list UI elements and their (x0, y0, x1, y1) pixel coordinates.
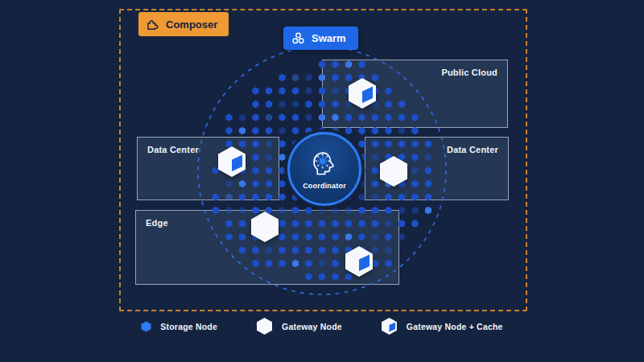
coordinator-head-icon (310, 149, 339, 181)
legend-item-storage-node: Storage Node (141, 321, 217, 332)
composer-label: Composer (166, 19, 217, 31)
zone-label-data-center-left: Data Center (147, 145, 199, 154)
legend-label: Gateway Node + Cache (407, 322, 503, 331)
swarm-cluster-icon (291, 31, 305, 45)
composer-badge: Composer (137, 10, 230, 38)
legend-label: Gateway Node (282, 322, 342, 331)
legend: Storage Node Gateway Node Gateway Node +… (0, 317, 644, 335)
gateway-node-icon (256, 317, 273, 335)
gateway-node-icon (250, 211, 279, 243)
gateway-node-cache-icon (217, 146, 246, 178)
swarm-badge: Swarm (283, 27, 358, 50)
zone-data-center-left: Data Center (137, 137, 279, 200)
legend-item-gateway-node: Gateway Node (256, 317, 342, 335)
zone-label-data-center-right: Data Center (447, 145, 498, 154)
gateway-node-cache-icon (345, 245, 374, 278)
coordinator-node: Coordinator (287, 132, 361, 206)
zone-label-public-cloud: Public Cloud (441, 68, 497, 77)
gateway-node-cache-icon (381, 317, 398, 335)
coordinator-label: Coordinator (303, 182, 346, 190)
legend-item-gateway-node-cache: Gateway Node + Cache (381, 317, 503, 335)
gateway-node-icon (379, 155, 408, 187)
diagram-canvas: Public Cloud Data Center Data Center Edg… (0, 0, 644, 362)
storage-node-icon (141, 321, 151, 332)
puzzle-piece-icon (146, 18, 159, 31)
swarm-label: Swarm (312, 32, 346, 44)
gateway-node-cache-icon (348, 77, 377, 109)
zone-label-edge: Edge (146, 218, 168, 228)
legend-label: Storage Node (160, 322, 217, 331)
